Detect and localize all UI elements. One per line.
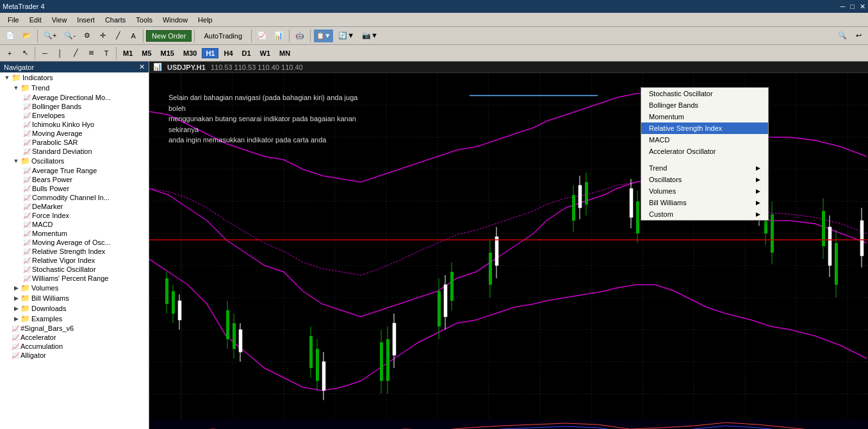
toolbar-1: 📄 📂 🔍+ 🔍- ⚙ ✛ ╱ A New Order AutoTrading …	[0, 27, 868, 45]
menu-view[interactable]: View	[47, 15, 72, 25]
tree-wpr[interactable]: 📈 Williams' Percent Range	[0, 274, 149, 283]
text-tool-btn[interactable]: T	[99, 46, 113, 60]
chart-area[interactable]: 📊 USDJPY.H1 110.53 110.53 110.40 110.40	[149, 62, 868, 429]
bw-label: Bill Williams	[31, 294, 69, 302]
tree-ma[interactable]: 📈 Moving Average	[0, 129, 149, 138]
period-h1[interactable]: H1	[202, 48, 218, 58]
tree-billwilliams[interactable]: ▶ 📁 Bill Williams	[0, 293, 149, 303]
zoom-out-btn[interactable]: 🔍-	[61, 29, 79, 43]
period-w1[interactable]: W1	[256, 48, 275, 58]
trendline-btn[interactable]: ╱	[69, 46, 83, 60]
zoom-in-btn[interactable]: 🔍+	[40, 29, 60, 43]
navigator-close-icon[interactable]: ✕	[139, 63, 145, 71]
force-icon: 📈	[23, 212, 31, 219]
line-btn[interactable]: ╱	[111, 29, 125, 43]
dropdown-trend-sub[interactable]: Trend ▶	[641, 162, 768, 174]
new-order-btn[interactable]: New Order	[146, 30, 192, 42]
indicator-dropdown-menu[interactable]: Stochastic Oscillator Bollinger Bands Mo…	[641, 87, 769, 221]
tree-alligator[interactable]: 📈 Alligator	[0, 351, 149, 360]
tree-stoch[interactable]: 📈 Stochastic Oscillator	[0, 265, 149, 274]
menu-tools[interactable]: Tools	[131, 15, 158, 25]
tree-momentum[interactable]: 📈 Momentum	[0, 229, 149, 238]
svg-rect-67	[450, 272, 454, 301]
period-d1[interactable]: D1	[238, 48, 255, 58]
hline-btn[interactable]: ─	[38, 46, 52, 60]
bb-icon: 📈	[23, 103, 31, 110]
vline-btn[interactable]: │	[53, 46, 67, 60]
properties-btn[interactable]: ⚙	[80, 29, 94, 43]
chart-canvas[interactable]: 110.75 110.65 110.55 110.45 110.40 110.3…	[149, 73, 868, 429]
tree-indicators-root[interactable]: ▼ 📁 Indicators	[0, 72, 149, 83]
expert-btn[interactable]: 🤖	[292, 29, 307, 43]
tree-accumulation[interactable]: 📈 Accumulation	[0, 342, 149, 351]
tree-signal-bars[interactable]: 📈 #Signal_Bars_v6	[0, 324, 149, 333]
tree-ichimoku[interactable]: 📈 Ichimoku Kinko Hyo	[0, 120, 149, 129]
tree-envelopes[interactable]: 📈 Envelopes	[0, 111, 149, 120]
dropdown-macd[interactable]: MACD	[641, 134, 768, 146]
tree-downloads[interactable]: ▶ 📁 Downloads	[0, 303, 149, 314]
tree-macd[interactable]: 📈 MACD	[0, 220, 149, 229]
fibs-btn[interactable]: ≋	[84, 46, 98, 60]
undo-btn[interactable]: ↩	[851, 29, 865, 43]
maximize-icon[interactable]: □	[850, 3, 855, 11]
tree-volumes[interactable]: ▶ 📁 Volumes	[0, 283, 149, 293]
tree-sar[interactable]: 📈 Parabolic SAR	[0, 138, 149, 147]
search-btn[interactable]: 🔍	[835, 29, 850, 43]
screenshot-btn[interactable]: 📷▼	[359, 29, 381, 43]
period-m1[interactable]: M1	[119, 48, 136, 58]
indicators-btn[interactable]: 📊	[271, 29, 286, 43]
period-m30[interactable]: M30	[179, 48, 201, 58]
autotrading-btn[interactable]: AutoTrading	[197, 29, 249, 43]
tree-oscillators[interactable]: ▼ 📁 Oscillators	[0, 156, 149, 166]
tree-rsi[interactable]: 📈 Relative Strength Index	[0, 247, 149, 256]
dropdown-volumes-sub[interactable]: Volumes ▶	[641, 185, 768, 197]
tree-accelerator[interactable]: 📈 Accelerator	[0, 333, 149, 342]
indicator-list-btn[interactable]: 📋▼	[313, 29, 334, 43]
dropdown-stochastic[interactable]: Stochastic Oscillator	[641, 88, 768, 99]
period-h4[interactable]: H4	[220, 48, 236, 58]
menu-edit[interactable]: Edit	[24, 15, 47, 25]
dropdown-bollinger[interactable]: Bollinger Bands	[641, 99, 768, 111]
new-chart-btn[interactable]: 📄	[3, 29, 18, 43]
dropdown-oscillators-sub[interactable]: Oscillators ▶	[641, 174, 768, 185]
dropdown-billwilliams-sub[interactable]: Bill Williams ▶	[641, 197, 768, 208]
bw-sub-label: Bill Williams	[649, 199, 687, 206]
tree-trend[interactable]: ▼ 📁 Trend	[0, 83, 149, 93]
tree-bulls[interactable]: 📈 Bulls Power	[0, 184, 149, 193]
tree-atr[interactable]: 📈 Average True Range	[0, 166, 149, 175]
minimize-icon[interactable]: ─	[840, 3, 846, 11]
menu-window[interactable]: Window	[158, 15, 193, 25]
period-mn[interactable]: MN	[275, 48, 294, 58]
menu-charts[interactable]: Charts	[100, 15, 131, 25]
tree-demarker[interactable]: 📈 DeMarker	[0, 202, 149, 211]
menu-insert[interactable]: Insert	[72, 15, 100, 25]
svg-rect-43	[309, 336, 313, 368]
vol-label: Volumes	[31, 284, 58, 292]
dropdown-accelerator[interactable]: Accelerator Oscillator	[641, 146, 768, 157]
menu-help[interactable]: Help	[193, 15, 218, 25]
chart-type-btn[interactable]: 📈	[254, 29, 270, 43]
refresh-btn[interactable]: 🔄▼	[335, 29, 357, 43]
tree-maosc[interactable]: 📈 Moving Average of Osc...	[0, 238, 149, 247]
tree-examples[interactable]: ▶ 📁 Examples	[0, 314, 149, 324]
tree-force[interactable]: 📈 Force Index	[0, 211, 149, 220]
period-m5[interactable]: M5	[138, 48, 155, 58]
tree-adm[interactable]: 📈 Average Directional Mo...	[0, 93, 149, 102]
menu-file[interactable]: File	[3, 15, 24, 25]
text-btn[interactable]: A	[126, 29, 140, 43]
cursor-btn[interactable]: ↖	[18, 46, 32, 60]
tree-rvi[interactable]: 📈 Relative Vigor Index	[0, 256, 149, 265]
draw-mode-btn[interactable]: +	[3, 46, 17, 60]
period-m15[interactable]: M15	[157, 48, 178, 58]
dropdown-momentum[interactable]: Momentum	[641, 111, 768, 122]
dropdown-custom-sub[interactable]: Custom ▶	[641, 208, 768, 220]
tree-stddev[interactable]: 📈 Standard Deviation	[0, 147, 149, 156]
tree-bb[interactable]: 📈 Bollinger Bands	[0, 102, 149, 111]
close-icon[interactable]: ✕	[860, 3, 865, 11]
dropdown-rsi[interactable]: Relative Strength Index	[641, 122, 768, 134]
tree-cci[interactable]: 📈 Commodity Channel In...	[0, 193, 149, 202]
crosshair-btn[interactable]: ✛	[95, 29, 110, 43]
open-btn[interactable]: 📂	[19, 29, 35, 43]
cci-label: Commodity Channel In...	[32, 194, 110, 201]
tree-bears[interactable]: 📈 Bears Power	[0, 175, 149, 184]
